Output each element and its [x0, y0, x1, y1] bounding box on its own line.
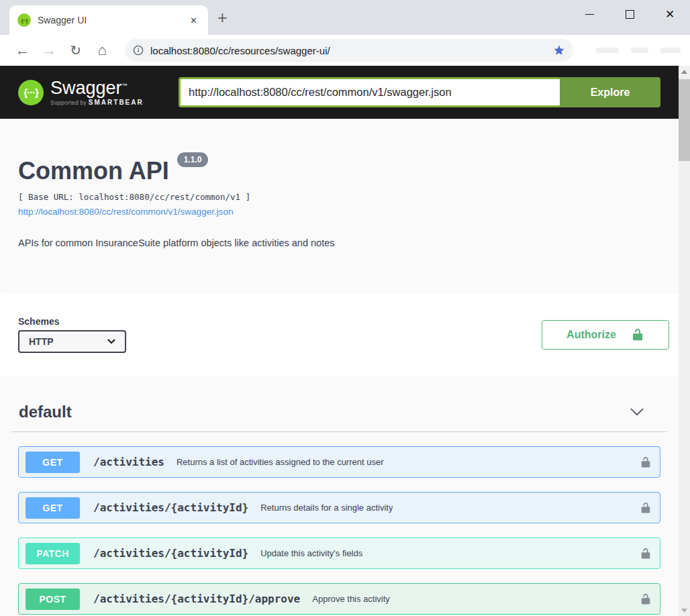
scroll-up-arrow-icon[interactable] [679, 66, 690, 77]
operations-section: default GET /activities Returns a list o… [0, 376, 679, 615]
scroll-down-arrow-icon[interactable] [679, 605, 690, 616]
operation-path: /activities/{activityId}/approve [93, 593, 300, 605]
chevron-down-icon [107, 339, 115, 344]
schemes-select[interactable]: HTTP [18, 330, 126, 353]
operation-row-patch-activity[interactable]: PATCH /activities/{activityId} Update th… [18, 537, 660, 569]
version-badge: 1.1.0 [177, 152, 209, 167]
spec-json-link[interactable]: http://localhost:8080/cc/rest/common/v1/… [18, 207, 233, 217]
operation-summary: Update this activity's fields [260, 548, 362, 558]
operation-summary: Returns details for a single activity [260, 503, 393, 513]
authorize-label: Authorize [566, 329, 616, 341]
extension-ghost [596, 48, 619, 53]
url-text: localhost:8080/cc/resources/swagger-ui/ [150, 45, 548, 56]
tab-close-icon[interactable]: ✕ [187, 14, 200, 27]
scheme-container: Schemes HTTP Authorize [0, 293, 679, 376]
extension-ghost [660, 48, 681, 53]
tab-title: Swagger UI [38, 15, 187, 25]
address-bar[interactable]: localhost:8080/cc/resources/swagger-ui/ [125, 39, 573, 62]
tag-header-default[interactable]: default [11, 376, 667, 432]
supported-by-line: Supported by SMARTBEAR [50, 99, 144, 106]
browser-tab-bar: {···} Swagger UI ✕ + ✕ [0, 0, 690, 35]
method-badge: GET [26, 497, 80, 519]
locked-padlock-icon[interactable] [640, 502, 652, 514]
swagger-logo-icon: {···} [18, 80, 44, 105]
spec-url-form: Explore [179, 77, 660, 107]
unlocked-padlock-icon [631, 328, 644, 342]
swagger-favicon-icon: {···} [17, 13, 31, 27]
schemes-block: Schemes HTTP [18, 316, 126, 353]
extension-ghost [631, 48, 648, 53]
vertical-scrollbar[interactable] [679, 66, 690, 616]
window-controls: ✕ [569, 0, 690, 28]
maximize-icon [626, 10, 634, 19]
operation-path: /activities/{activityId} [93, 547, 248, 560]
close-button[interactable]: ✕ [650, 0, 690, 28]
api-info-section: Common API 1.1.0 [ Base URL: localhost:8… [0, 119, 679, 293]
new-tab-button[interactable]: + [217, 11, 228, 24]
api-title-row: Common API 1.1.0 [18, 156, 660, 185]
bookmark-star-icon[interactable] [553, 44, 565, 56]
locked-padlock-icon[interactable] [640, 593, 652, 605]
swagger-topbar: {···} Swagger™ Supported by SMARTBEAR Ex… [0, 66, 679, 119]
minimize-icon [585, 14, 594, 15]
api-title: Common API [18, 156, 169, 185]
back-button[interactable]: ← [9, 43, 36, 58]
locked-padlock-icon[interactable] [640, 548, 652, 560]
forward-button[interactable]: → [36, 43, 63, 58]
method-badge: GET [26, 452, 80, 473]
browser-tab[interactable]: {···} Swagger UI ✕ [9, 5, 208, 35]
browser-toolbar: ← → ↻ ⌂ localhost:8080/cc/resources/swag… [0, 35, 690, 66]
toolbar-extensions-area [596, 48, 681, 53]
operation-summary: Approve this activity [312, 594, 390, 604]
method-badge: PATCH [26, 543, 80, 564]
base-url: [ Base URL: localhost:8080/cc/rest/commo… [18, 192, 660, 202]
trademark-mark: ™ [122, 83, 128, 89]
explore-button[interactable]: Explore [560, 77, 660, 107]
swagger-brand-name: Swagger™ [50, 78, 128, 98]
locked-padlock-icon[interactable] [640, 456, 652, 468]
operation-path: /activities/{activityId} [93, 501, 248, 514]
method-badge: POST [26, 588, 80, 610]
api-description: APIs for common InsuranceSuite platform … [18, 238, 660, 248]
maximize-button[interactable] [609, 0, 650, 28]
close-icon: ✕ [665, 9, 675, 20]
operation-path: /activities [93, 456, 164, 468]
home-button[interactable]: ⌂ [89, 43, 116, 58]
tag-name: default [19, 403, 72, 421]
operation-row-post-approve[interactable]: POST /activities/{activityId}/approve Ap… [18, 583, 660, 615]
minimize-button[interactable] [569, 0, 609, 28]
operation-row-get-activity-by-id[interactable]: GET /activities/{activityId} Returns det… [18, 492, 660, 523]
schemes-label: Schemes [18, 316, 126, 327]
scrollbar-thumb[interactable] [679, 79, 690, 161]
operation-summary: Returns a list of activities assigned to… [177, 457, 384, 467]
reload-button[interactable]: ↻ [62, 44, 89, 57]
spec-url-input[interactable] [179, 77, 560, 107]
operation-row-get-activities[interactable]: GET /activities Returns a list of activi… [18, 446, 660, 478]
swagger-logo: {···} Swagger™ Supported by SMARTBEAR [18, 79, 144, 106]
authorize-button[interactable]: Authorize [542, 320, 669, 350]
page-info-icon[interactable] [133, 45, 144, 56]
swagger-page: Common API 1.1.0 [ Base URL: localhost:8… [0, 119, 690, 616]
schemes-selected-value: HTTP [29, 336, 54, 347]
chevron-down-icon[interactable] [630, 407, 644, 417]
